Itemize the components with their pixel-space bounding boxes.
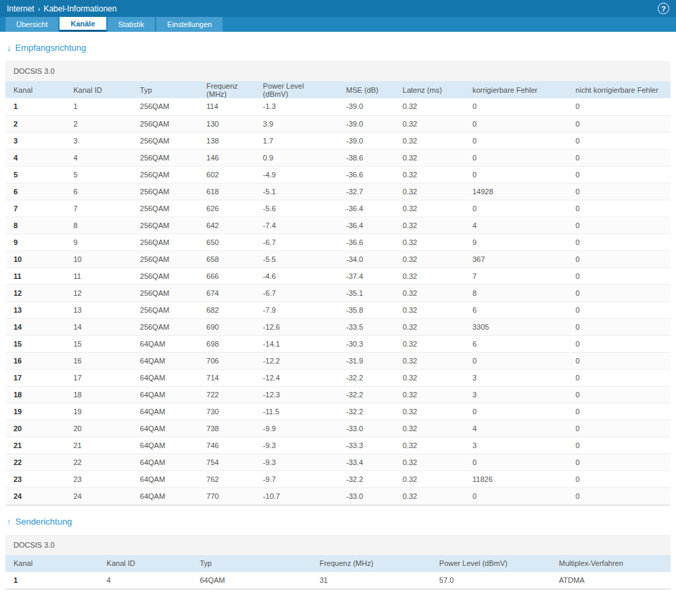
table-cell: 0 [568,487,671,504]
help-icon[interactable]: ? [658,3,669,14]
table-cell: -32.7 [338,183,395,200]
table-row: 151564QAM698-14.1-30.30.3260 [5,335,671,352]
table-cell: 3.9 [255,115,338,132]
table-cell: 0.32 [395,250,464,267]
table-cell: 6 [65,183,131,200]
table-row: 202064QAM738-9.9-33.00.3240 [5,420,671,437]
table-cell: 6 [464,301,567,318]
table-cell: -34.0 [338,250,395,267]
table-cell: 18 [65,386,131,403]
breadcrumb-root[interactable]: Internet [7,4,35,14]
table-cell: 256QAM [132,115,198,132]
table-cell: 0 [464,166,567,183]
table-cell: 14 [65,318,131,335]
table-cell: 17 [5,369,65,386]
breadcrumb-current: Kabel-Informationen [43,4,116,14]
table-cell: 0 [568,267,671,284]
table-cell: 3 [464,369,567,386]
table-row: 1111256QAM666-4.6-37.40.3270 [5,267,671,284]
tab-einstellungen[interactable]: Einstellungen [156,17,223,32]
table-cell: 16 [65,352,131,369]
table-cell: 690 [198,318,255,335]
main-content: ↓ Empfangsrichtung DOCSIS 3.0 KanalKanal… [0,43,676,590]
table-cell: 256QAM [132,132,198,149]
table-cell: 0 [568,369,671,386]
table-cell: 0.32 [395,132,464,149]
table-cell: 0 [464,403,567,420]
table-cell: 256QAM [132,284,198,301]
table-cell: 256QAM [132,149,198,166]
table-cell: -6.7 [255,234,338,250]
table-cell: -12.6 [255,318,338,335]
table-cell: 0 [568,420,671,437]
table-cell: 698 [198,335,255,352]
table-cell: 0.9 [255,149,338,166]
column-header: Kanal [5,81,65,98]
table-cell: 0.32 [395,403,464,420]
table-cell: 0 [464,115,567,132]
table-cell: 674 [198,284,255,301]
table-row: 66256QAM618-5.1-32.70.32149280 [5,183,671,200]
table-cell: -37.4 [338,267,395,284]
table-cell: -10.7 [255,487,338,504]
table-cell: 0 [568,98,671,115]
table-cell: -36.4 [338,200,395,217]
table-cell: 8 [464,284,567,301]
table-cell: 0.32 [395,301,464,318]
table-cell: 64QAM [132,386,198,403]
table-cell: 11 [5,267,65,284]
table-cell: 4 [464,420,567,437]
table-cell: 0 [568,132,671,149]
tab-uebersicht[interactable]: Übersicht [5,17,58,32]
table-cell: -32.2 [338,386,395,403]
column-header: Frequenz (MHz) [198,81,255,98]
table-cell: 12 [5,284,65,301]
table-cell: -32.2 [338,403,395,420]
table-cell: -31.9 [338,352,395,369]
table-cell: 10 [65,250,131,267]
down-arrow-icon: ↓ [7,43,12,53]
table-row: 222264QAM754-9.3-33.40.3200 [5,454,671,470]
table-cell: 0 [568,454,671,470]
table-cell: -32.2 [338,369,395,386]
table-cell: 682 [198,301,255,318]
table-cell: 14 [5,318,65,335]
tab-kanaele[interactable]: Kanäle [60,17,106,32]
table-cell: 9 [65,234,131,250]
table-cell: 0.32 [395,420,464,437]
table-cell: 6 [5,183,65,200]
column-header: Frequenz (MHz) [311,555,431,572]
table-cell: 0 [568,115,671,132]
table-cell: 2 [65,115,131,132]
table-cell: 730 [198,403,255,420]
column-header: Typ [191,555,311,572]
table-cell: 15 [65,335,131,352]
table-cell: 0.32 [395,386,464,403]
upstream-table-container: DOCSIS 3.0 KanalKanal IDTypFrequenz (MHz… [5,535,671,590]
table-cell: 0.32 [395,352,464,369]
table-cell: -39.0 [338,132,395,149]
table-cell: 0 [464,454,567,470]
table-cell: -9.3 [255,437,338,454]
column-header: Latenz (ms) [395,81,464,98]
table-cell: 10 [5,250,65,267]
table-cell: 0 [464,149,567,166]
table-cell: 23 [65,470,131,487]
table-cell: -35.1 [338,284,395,301]
breadcrumb-separator-icon: › [38,5,41,13]
table-cell: 64QAM [132,403,198,420]
table-cell: 1 [5,98,65,115]
table-row: 88256QAM642-7.4-36.40.3240 [5,217,671,234]
table-cell: 626 [198,200,255,217]
table-cell: 0 [568,386,671,403]
table-cell: -36.4 [338,217,395,234]
tab-statistik[interactable]: Statistik [108,17,156,32]
table-cell: 11 [65,267,131,284]
table-row: 1313256QAM682-7.9-35.80.3260 [5,301,671,318]
table-cell: 256QAM [132,234,198,250]
table-cell: 0.32 [395,335,464,352]
table-cell: 4 [99,572,192,589]
column-header: Kanal ID [99,555,192,572]
table-cell: 1 [65,98,131,115]
table-cell: 0.32 [395,437,464,454]
